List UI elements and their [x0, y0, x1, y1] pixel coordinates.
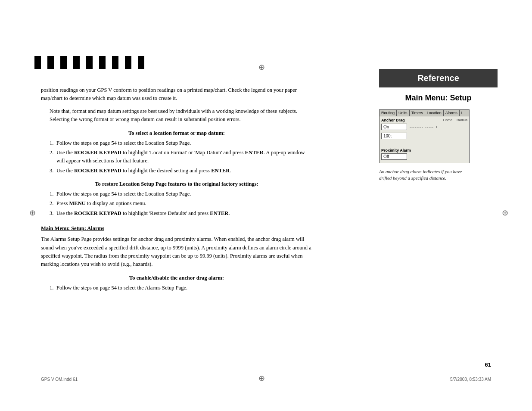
gps-anchor-label: Anchor Drag [381, 118, 443, 122]
page-number: 61 [485, 361, 491, 368]
gps-tab-routing: Routing [380, 110, 397, 116]
gps-right-labels: Home Radius [443, 118, 467, 122]
gps-tab-extra: L [460, 110, 465, 116]
footer-right: 5/7/2003, 8:53:33 AM [450, 377, 491, 382]
left-content: position readings on your GPS V conform … [41, 86, 312, 296]
gps-tab-units: Units [397, 110, 410, 116]
paragraph-2: Note that, format and map datum settings… [50, 107, 312, 124]
crosshair-left-middle: ⊕ [29, 208, 36, 218]
crosshair-top-center: ⊕ [258, 62, 265, 72]
steps-enable-alarm: 1.Follow the steps on page 54 to select … [50, 284, 312, 292]
step-1-2: 2.Use the ROCKER KEYPAD to highlight 'Lo… [50, 149, 312, 165]
gps-anchor-value: On [381, 124, 407, 130]
step-1-3: 3.Use the ROCKER KEYPAD to highlight the… [50, 167, 312, 175]
gps-tab-alarms: Alarms [444, 110, 460, 116]
heading-alarms: Main Menu: Setup: Alarms [41, 225, 312, 232]
crosshair-bottom-center: ⊕ [258, 374, 265, 383]
gps-caption: An anchor drag alarm indicates if you ha… [379, 168, 470, 182]
step-2-3: 3.Use the ROCKER KEYPAD to highlight 'Re… [50, 209, 312, 218]
paragraph-1: position readings on your GPS V conform … [41, 86, 312, 103]
gps-tabs: Routing Units Timers Location Alarms L [380, 110, 469, 116]
left-color-bar [34, 56, 151, 69]
section-title: Main Menu: Setup [379, 93, 498, 103]
crosshair-right-middle: ⊕ [502, 208, 508, 218]
heading-enable-alarm: To enable/disable the anchor drag alarm: [41, 275, 312, 281]
steps-location-format: 1.Follow the steps on page 54 to select … [50, 139, 312, 175]
gps-row-anchor-header: Anchor Drag Home Radius [381, 118, 467, 122]
heading-restore-defaults: To restore Location Setup Page features … [41, 181, 312, 187]
right-content: Reference Main Menu: Setup Routing Units… [379, 56, 498, 182]
step-3-1: 1.Follow the steps on page 54 to select … [50, 284, 312, 292]
step-2-1: 1.Follow the steps on page 54 to select … [50, 190, 312, 198]
step-1-1: 1.Follow the steps on page 54 to select … [50, 139, 312, 147]
corner-mark-bl [26, 377, 34, 385]
heading-location-format: To select a location format or map datum… [41, 130, 312, 137]
corner-mark-br [498, 377, 506, 385]
gps-tab-location: Location [425, 110, 444, 116]
steps-restore-defaults: 1.Follow the steps on page 54 to select … [50, 190, 312, 218]
footer-left: GPS V OM.indd 61 [41, 377, 78, 382]
paragraph-alarms: The Alarms Setup Page provides settings … [41, 235, 312, 269]
gps-proximity-value: Off [381, 153, 407, 160]
gps-body: Anchor Drag Home Radius On -------- ----… [380, 116, 469, 163]
step-2-2: 2.Press MENU to display an options menu. [50, 199, 312, 208]
corner-mark-tr [498, 26, 506, 34]
gps-home-label: Home [443, 118, 452, 122]
gps-proximity-label: Proximity Alarm [381, 148, 467, 153]
gps-screen: Routing Units Timers Location Alarms L A… [379, 109, 470, 163]
gps-distance-value: 100: [381, 133, 407, 139]
gps-spacer [381, 140, 467, 146]
gps-radius-label: Radius [457, 118, 467, 122]
corner-mark-tl [26, 26, 34, 34]
gps-tab-timers: Timers [410, 110, 425, 116]
reference-header: Reference [379, 69, 498, 87]
gps-dashes-1: -------- ----- T [410, 125, 438, 129]
